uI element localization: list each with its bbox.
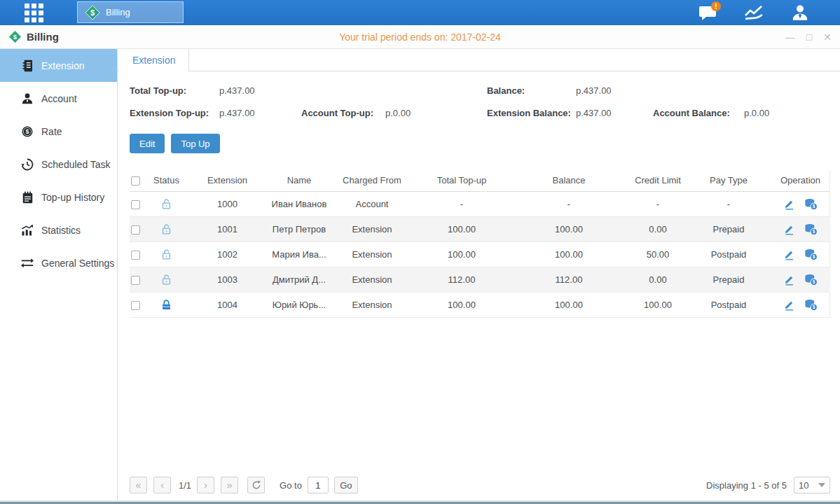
page-size-value: 10 bbox=[799, 480, 808, 491]
sidebar-item-extension[interactable]: Extension bbox=[0, 49, 117, 82]
sidebar-item-label: Top-up History bbox=[41, 192, 104, 203]
cell-credit-limit: 100.00 bbox=[629, 292, 687, 317]
billing-window-icon: $ bbox=[8, 30, 22, 43]
taskbar-tab-label: Billing bbox=[106, 7, 130, 18]
top-up-row-icon[interactable]: $ bbox=[804, 248, 818, 260]
cell-credit-limit: 50.00 bbox=[629, 241, 687, 267]
cell-balance: 112.00 bbox=[509, 267, 629, 292]
cell-pay-type: Postpaid bbox=[687, 292, 771, 317]
person-icon bbox=[20, 92, 34, 106]
account-topup-value: p.0.00 bbox=[385, 108, 487, 118]
table-row: 1003 Дмитрий Д... Extension 112.00 112.0… bbox=[130, 267, 830, 292]
goto-page-input[interactable] bbox=[308, 477, 329, 493]
col-header-total-topup: Total Top-up bbox=[415, 170, 509, 191]
table-row: 1001 Петр Петров Extension 100.00 100.00… bbox=[130, 216, 830, 241]
col-header-pay-type: Pay Type bbox=[687, 170, 771, 191]
edit-row-icon[interactable] bbox=[783, 274, 795, 286]
cell-balance: 100.00 bbox=[509, 292, 629, 317]
top-up-row-icon[interactable]: $ bbox=[804, 274, 818, 286]
refresh-button[interactable] bbox=[247, 477, 265, 493]
col-header-status: Status bbox=[147, 170, 186, 191]
svg-text:$: $ bbox=[813, 204, 815, 209]
sidebar-item-scheduled-task[interactable]: Scheduled Task bbox=[0, 148, 117, 181]
top-up-row-icon[interactable]: $ bbox=[804, 223, 818, 235]
sliders-icon bbox=[20, 256, 34, 270]
row-checkbox[interactable] bbox=[131, 225, 140, 234]
table-header-row: Status Extension Name Charged From Total… bbox=[130, 170, 830, 191]
table-row: 1002 Мария Ива... Extension 100.00 100.0… bbox=[130, 241, 830, 267]
taskbar-tab-billing[interactable]: $ Billing bbox=[77, 1, 184, 23]
balance-label: Balance: bbox=[487, 85, 576, 96]
notifications-button[interactable]: ! bbox=[696, 3, 719, 22]
edit-row-icon[interactable] bbox=[783, 223, 795, 235]
displaying-text: Displaying 1 - 5 of 5 bbox=[706, 480, 787, 491]
extension-topup-label: Extension Top-up: bbox=[130, 108, 219, 118]
go-button[interactable]: Go bbox=[334, 477, 358, 493]
select-all-checkbox[interactable] bbox=[131, 176, 140, 186]
cell-charged-from: Extension bbox=[329, 267, 415, 292]
window-titlebar: $ Billing Your trial period ends on: 201… bbox=[0, 25, 840, 49]
extension-table: Status Extension Name Charged From Total… bbox=[130, 170, 830, 318]
top-up-button[interactable]: Top Up bbox=[171, 134, 219, 153]
edit-row-icon[interactable] bbox=[783, 299, 795, 311]
sidebar-item-statistics[interactable]: Statistics bbox=[0, 214, 117, 246]
cell-balance: 100.00 bbox=[509, 241, 629, 267]
apps-grid-icon[interactable] bbox=[25, 4, 46, 22]
edit-row-icon[interactable] bbox=[783, 248, 795, 260]
lock-open-icon bbox=[147, 223, 186, 235]
extension-balance-label: Extension Balance: bbox=[487, 108, 576, 118]
extension-topup-value: p.437.00 bbox=[219, 108, 301, 118]
first-page-button[interactable]: « bbox=[130, 477, 147, 493]
maximize-button[interactable]: □ bbox=[806, 32, 812, 42]
sidebar-item-topup-history[interactable]: Top-up History bbox=[0, 181, 117, 214]
lock-open-icon bbox=[147, 198, 186, 210]
account-balance-value: p.0.00 bbox=[744, 108, 830, 118]
goto-label: Go to bbox=[280, 480, 302, 491]
sidebar-item-label: Extension bbox=[41, 60, 84, 71]
sidebar-item-general-settings[interactable]: General Settings bbox=[0, 246, 117, 279]
prev-page-button[interactable]: ‹ bbox=[153, 477, 171, 493]
row-checkbox[interactable] bbox=[131, 200, 140, 209]
page-size-select[interactable]: 10 bbox=[794, 477, 830, 493]
row-checkbox[interactable] bbox=[131, 251, 140, 260]
last-page-button[interactable]: » bbox=[221, 477, 238, 493]
top-up-row-icon[interactable]: $ bbox=[804, 198, 818, 210]
resource-monitor-button[interactable] bbox=[742, 3, 766, 22]
ledger-icon bbox=[20, 59, 34, 73]
cell-pay-type: Postpaid bbox=[687, 241, 771, 267]
sidebar-item-label: Rate bbox=[41, 126, 62, 137]
svg-text:$: $ bbox=[25, 128, 29, 135]
sidebar-item-label: Statistics bbox=[41, 225, 81, 236]
cell-credit-limit: 0.00 bbox=[629, 216, 687, 241]
cell-charged-from: Extension bbox=[329, 292, 415, 317]
edit-button[interactable]: Edit bbox=[130, 134, 165, 153]
next-page-button[interactable]: › bbox=[197, 477, 214, 493]
window-bottom-edge bbox=[0, 500, 840, 504]
cell-extension: 1000 bbox=[186, 191, 269, 216]
col-header-extension: Extension bbox=[186, 170, 269, 191]
row-checkbox[interactable] bbox=[131, 276, 140, 285]
col-header-credit-limit: Credit Limit bbox=[629, 170, 687, 191]
sidebar-item-account[interactable]: Account bbox=[0, 82, 117, 115]
cell-total-topup: - bbox=[415, 191, 509, 216]
top-up-row-icon[interactable]: $ bbox=[804, 299, 818, 311]
row-checkbox[interactable] bbox=[131, 301, 140, 310]
user-account-button[interactable] bbox=[788, 3, 812, 22]
sidebar-item-rate[interactable]: $ Rate bbox=[0, 115, 117, 148]
table-body: 1000 Иван Иванов Account - - - - $ bbox=[130, 191, 830, 317]
page-indicator: 1/1 bbox=[179, 480, 191, 491]
cell-total-topup: 112.00 bbox=[415, 267, 509, 292]
dollar-circle-icon: $ bbox=[20, 125, 34, 139]
refresh-icon bbox=[252, 480, 261, 490]
close-button[interactable]: ✕ bbox=[823, 32, 832, 42]
cell-name: Юрий Юрь... bbox=[269, 292, 329, 317]
line-chart-icon bbox=[744, 5, 764, 20]
history-clock-icon bbox=[20, 158, 34, 172]
cell-total-topup: 100.00 bbox=[415, 241, 509, 267]
user-icon bbox=[791, 4, 809, 22]
col-header-operation: Operation bbox=[771, 170, 830, 191]
minimize-button[interactable]: — bbox=[785, 32, 795, 42]
summary-panel: Total Top-up: p.437.00 Balance: p.437.00… bbox=[130, 85, 830, 118]
edit-row-icon[interactable] bbox=[783, 198, 795, 210]
tab-extension[interactable]: Extension bbox=[119, 49, 189, 71]
